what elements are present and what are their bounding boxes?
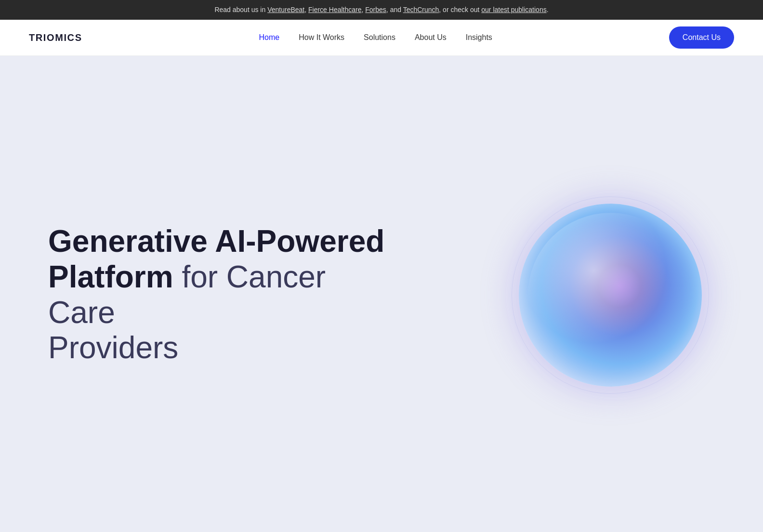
nav-link-how-it-works[interactable]: How It Works xyxy=(299,33,344,41)
logo[interactable]: TRIOMICS xyxy=(29,32,82,43)
announcement-link-forbes[interactable]: Forbes xyxy=(365,6,386,13)
hero-content: Generative AI-PoweredPlatform for Cancer… xyxy=(48,224,385,365)
nav-item-insights[interactable]: Insights xyxy=(466,33,492,42)
hero-section: Generative AI-PoweredPlatform for Cancer… xyxy=(0,56,763,532)
announcement-bar: Read about us in VentureBeat, Fierce Hea… xyxy=(0,0,763,20)
nav-item-home[interactable]: Home xyxy=(259,33,280,42)
navbar: TRIOMICS Home How It Works Solutions Abo… xyxy=(0,20,763,56)
nav-links: Home How It Works Solutions About Us Ins… xyxy=(259,33,492,42)
hero-orb xyxy=(519,204,702,387)
contact-us-button[interactable]: Contact Us xyxy=(669,26,734,49)
nav-link-about[interactable]: About Us xyxy=(415,33,447,41)
announcement-link-publications[interactable]: our latest publications xyxy=(481,6,546,13)
announcement-text: Read about us in VentureBeat, Fierce Hea… xyxy=(214,6,548,13)
announcement-link-venturebeat[interactable]: VentureBeat xyxy=(267,6,304,13)
nav-item-solutions[interactable]: Solutions xyxy=(364,33,395,42)
nav-link-insights[interactable]: Insights xyxy=(466,33,492,41)
announcement-link-fierce[interactable]: Fierce Healthcare xyxy=(308,6,362,13)
nav-item-how-it-works[interactable]: How It Works xyxy=(299,33,344,42)
announcement-link-techcrunch[interactable]: TechCrunch xyxy=(403,6,439,13)
nav-item-about[interactable]: About Us xyxy=(415,33,447,42)
nav-link-solutions[interactable]: Solutions xyxy=(364,33,395,41)
hero-title: Generative AI-PoweredPlatform for Cancer… xyxy=(48,224,385,365)
nav-link-home[interactable]: Home xyxy=(259,33,280,41)
